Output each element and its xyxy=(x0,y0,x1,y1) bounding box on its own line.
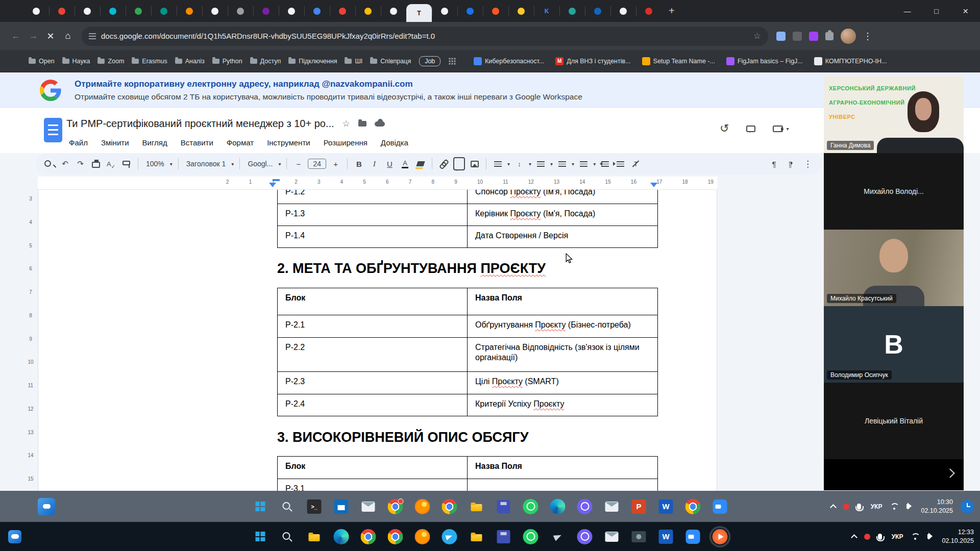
url-omnibox[interactable]: docs.google.com/document/d/1Q1h5ARDnsr8U… xyxy=(82,27,768,46)
taskbar-icon-folder[interactable] xyxy=(306,528,323,545)
bookmark-item[interactable]: Наука xyxy=(62,58,90,65)
taskbar-icon-edge[interactable] xyxy=(549,498,567,515)
browser-tab[interactable] xyxy=(636,0,662,22)
bookmark-item[interactable]: ШІ xyxy=(345,58,362,65)
taskbar-icon-search[interactable] xyxy=(279,498,296,515)
taskbar-icon-zoom[interactable] xyxy=(684,528,702,545)
cell-code[interactable]: P-1.4 xyxy=(278,226,468,248)
taskbar-icon-firefox[interactable] xyxy=(414,528,431,545)
cell-field[interactable] xyxy=(468,479,658,491)
recording-indicator-icon[interactable] xyxy=(864,534,870,540)
next-participants-chevron-icon[interactable] xyxy=(945,468,954,478)
tab-group-chip[interactable]: Job xyxy=(419,56,440,66)
apps-grid-icon[interactable] xyxy=(449,58,456,65)
undo-icon[interactable] xyxy=(59,157,71,170)
move-folder-icon[interactable] xyxy=(358,121,366,127)
header-cell[interactable]: Назва Поля xyxy=(468,457,658,479)
home-icon[interactable]: ⌂ xyxy=(59,28,77,45)
cell-code[interactable]: P-1.3 xyxy=(278,204,468,226)
taskbar-icon-camera[interactable] xyxy=(630,528,648,545)
tray-chevron-icon[interactable] xyxy=(830,504,837,511)
participant-tile[interactable]: Михайло Володі... xyxy=(824,153,964,230)
heading-section-3[interactable]: 3. ВИСОКОРІВНЕВИЙ ОПИС ОБСЯГУ xyxy=(277,430,528,445)
left-indent-marker[interactable] xyxy=(269,183,276,187)
extension-icon[interactable] xyxy=(793,32,802,41)
browser-tab[interactable] xyxy=(202,0,228,22)
bookmark-item[interactable]: Zoom xyxy=(97,58,124,65)
cell-code[interactable]: P-2.1 xyxy=(278,315,468,338)
minimize-button[interactable]: — xyxy=(893,0,922,22)
browser-tab[interactable] xyxy=(432,0,457,22)
align-icon[interactable] xyxy=(494,161,502,167)
new-tab-button[interactable]: + xyxy=(669,5,675,17)
bookmark-item[interactable]: Співпраця xyxy=(370,58,411,65)
browser-tab[interactable] xyxy=(253,0,279,22)
browser-tab[interactable]: K xyxy=(534,0,559,22)
header-cell[interactable]: Блок xyxy=(278,288,468,315)
speaker-icon[interactable] xyxy=(906,504,909,509)
taskbar-icon-chrome[interactable] xyxy=(684,498,702,515)
menu-item[interactable]: Змінити xyxy=(96,136,134,149)
doc-title[interactable]: Ти PMP-сертифікований проєктний менеджер… xyxy=(66,118,334,130)
participant-tile[interactable]: ХЕРСОНСЬКИЙ ДЕРЖАВНИЙАГРАРНО-ЕКОНОМІЧНИЙ… xyxy=(824,76,964,153)
browser-tab[interactable] xyxy=(508,0,534,22)
participant-tile[interactable]: ВВолодимир Осипчук xyxy=(824,306,964,383)
widgets-icon[interactable] xyxy=(38,498,55,515)
taskbar-icon-word[interactable]: W xyxy=(657,528,675,545)
taskbar-icon-mail[interactable] xyxy=(603,528,621,545)
taskbar-icon-store[interactable] xyxy=(333,498,350,515)
widgets-icon[interactable] xyxy=(8,530,21,543)
paragraph-style-select[interactable]: Заголовок 1 xyxy=(184,160,228,168)
text-color-icon[interactable] xyxy=(399,157,411,170)
bookmark-item[interactable]: FigJam basics – FigJ... xyxy=(726,57,803,65)
menu-item[interactable]: Інструменти xyxy=(262,136,315,149)
bookmark-item[interactable]: Кибербезопасност... xyxy=(474,57,544,65)
version-history-icon[interactable] xyxy=(720,122,729,135)
profile-avatar[interactable] xyxy=(841,29,856,44)
taskbar-icon-mail[interactable] xyxy=(603,498,621,515)
bulleted-list-icon[interactable] xyxy=(558,161,566,167)
extensions-puzzle-icon[interactable] xyxy=(825,32,834,40)
cell-field[interactable]: Цілі Проєкту (SMART) xyxy=(468,372,658,394)
taskbar-icon-chrome[interactable] xyxy=(387,498,404,515)
redo-icon[interactable] xyxy=(75,157,86,170)
forward-icon[interactable]: → xyxy=(24,28,42,45)
decrease-indent-icon[interactable] xyxy=(599,157,611,170)
translate-icon[interactable] xyxy=(776,32,786,41)
taskbar-icon-floppy[interactable] xyxy=(495,528,512,545)
browser-tab[interactable] xyxy=(75,0,100,22)
taskbar-icon-chrome[interactable] xyxy=(387,528,404,545)
toolbar-more-icon[interactable] xyxy=(802,157,814,170)
browser-tab-active[interactable]: T xyxy=(406,4,432,22)
wifi-icon[interactable] xyxy=(911,533,920,540)
right-indent-marker[interactable] xyxy=(650,183,657,187)
taskbar-icon-viber[interactable] xyxy=(576,498,594,515)
taskbar-icon-viber[interactable] xyxy=(576,528,594,545)
browser-tab[interactable] xyxy=(559,0,585,22)
taskbar-icon-whatsapp[interactable] xyxy=(522,498,540,515)
url-text[interactable]: docs.google.com/document/d/1Q1h5ARDnsr8U… xyxy=(101,32,753,40)
browser-tab[interactable] xyxy=(279,0,304,22)
comments-icon[interactable] xyxy=(746,126,755,132)
spellcheck-icon[interactable] xyxy=(105,157,117,170)
participant-tile[interactable]: Левіцький Віталій xyxy=(824,383,964,459)
taskbar-icon-word[interactable]: W xyxy=(657,498,675,515)
microphone-icon[interactable] xyxy=(878,534,882,540)
close-button[interactable]: ✕ xyxy=(951,0,980,22)
language-indicator[interactable]: УКР xyxy=(892,533,903,540)
browser-tab[interactable] xyxy=(457,0,483,22)
cell-code[interactable]: P-2.2 xyxy=(278,338,468,372)
taskbar-icon-folder[interactable] xyxy=(468,528,485,545)
menu-item[interactable]: Розширення xyxy=(319,136,372,149)
taskbar-icon-windows[interactable] xyxy=(252,498,269,515)
print-icon[interactable] xyxy=(92,162,100,168)
menu-item[interactable]: Формат xyxy=(222,136,258,149)
star-icon[interactable]: ☆ xyxy=(342,118,350,129)
clock[interactable]: 12:33 02.10.2025 xyxy=(942,528,974,545)
taskbar-icon-floppy[interactable] xyxy=(495,498,512,515)
browser-tab[interactable] xyxy=(177,0,202,22)
taskbar-icon-whatsapp[interactable] xyxy=(522,528,540,545)
increase-font-size-icon[interactable] xyxy=(330,157,341,170)
bookmark-item[interactable]: Підключення xyxy=(288,58,337,65)
browser-tab[interactable] xyxy=(610,0,636,22)
